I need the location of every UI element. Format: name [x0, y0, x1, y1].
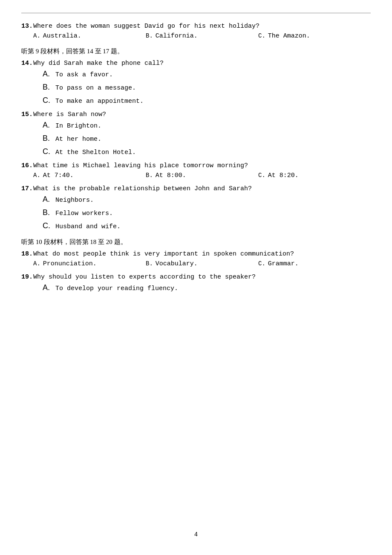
question-row: 17.What is the probable relationship bet… — [21, 185, 371, 192]
option-label: C. — [43, 96, 52, 105]
question-row: 19.Why should you listen to experts acco… — [21, 273, 371, 281]
option-text: Australia. — [43, 32, 81, 40]
option-label: C. — [258, 32, 265, 39]
top-divider — [21, 13, 371, 13]
option-item: A.Pronunciation. — [33, 260, 146, 267]
option-item: B.At her home. — [43, 134, 371, 143]
question-text: What time is Michael leaving his place t… — [33, 162, 371, 169]
question-number: 18. — [21, 250, 33, 258]
option-label: B. — [146, 260, 153, 267]
page-number: 4 — [194, 531, 198, 538]
question-row: 18.What do most people think is very imp… — [21, 250, 371, 258]
option-item: A.To ask a favor. — [43, 70, 371, 78]
options-inline: A.Australia.B.California.C.The Amazon. — [33, 32, 371, 40]
option-label: B. — [43, 134, 52, 143]
option-text: At 7:40. — [43, 172, 74, 179]
option-item: A.At 7:40. — [33, 172, 146, 179]
option-text: Pronunciation. — [43, 260, 97, 267]
option-item: A.Australia. — [33, 32, 146, 40]
question-number: 16. — [21, 162, 33, 169]
question-text: What is the probable relationship betwee… — [33, 185, 371, 192]
option-text: Vocabulary. — [156, 260, 198, 267]
option-text: At 8:00. — [156, 172, 186, 179]
options-block: A.To ask a favor.B.To pass on a message.… — [43, 70, 371, 105]
options-inline: A.Pronunciation.B.Vocabulary.C.Grammar. — [33, 260, 371, 267]
question-text: Where is Sarah now? — [33, 111, 371, 118]
option-text: To ask a favor. — [55, 71, 113, 78]
option-label: C. — [258, 260, 265, 267]
option-label: C. — [43, 147, 52, 156]
question-number: 15. — [21, 111, 33, 118]
question-row: 14.Why did Sarah make the phone call? — [21, 60, 371, 67]
option-label: C. — [258, 172, 265, 179]
option-item: C.To make an appointment. — [43, 96, 371, 105]
option-item: C.Grammar. — [258, 260, 371, 267]
option-text: Husband and wife. — [55, 223, 121, 230]
option-label: A. — [33, 172, 40, 179]
option-label: A. — [43, 121, 52, 130]
option-label: C. — [43, 221, 52, 230]
option-text: Neighbors. — [55, 197, 94, 204]
option-item: A.In Brighton. — [43, 121, 371, 130]
option-text: Grammar. — [268, 260, 299, 267]
option-item: B.To pass on a message. — [43, 83, 371, 92]
section-header: 听第 9 段材料，回答第 14 至 17 题。 — [21, 47, 371, 55]
option-item: B.Fellow workers. — [43, 208, 371, 217]
option-label: A. — [33, 260, 40, 267]
question-block: 13.Where does the woman suggest David go… — [21, 23, 371, 40]
options-block: A.In Brighton.B.At her home.C.At the She… — [43, 121, 371, 156]
question-block: 19.Why should you listen to experts acco… — [21, 273, 371, 292]
question-number: 19. — [21, 273, 33, 281]
option-text: To pass on a message. — [55, 84, 136, 92]
option-item: B.At 8:00. — [146, 172, 258, 179]
question-row: 13.Where does the woman suggest David go… — [21, 23, 371, 30]
main-content: 13.Where does the woman suggest David go… — [21, 23, 371, 292]
option-text: Fellow workers. — [55, 210, 113, 217]
option-label: B. — [43, 208, 52, 217]
option-text: California. — [156, 32, 198, 40]
question-row: 15.Where is Sarah now? — [21, 111, 371, 118]
option-text: To make an appointment. — [55, 98, 144, 105]
question-number: 13. — [21, 23, 33, 30]
options-block: A.Neighbors.B.Fellow workers.C.Husband a… — [43, 195, 371, 230]
option-item: C.Husband and wife. — [43, 221, 371, 230]
question-block: 18.What do most people think is very imp… — [21, 250, 371, 267]
option-item: B.Vocabulary. — [146, 260, 258, 267]
question-text: Why did Sarah make the phone call? — [33, 60, 371, 67]
option-text: To develop your reading fluency. — [55, 285, 178, 292]
question-number: 14. — [21, 60, 33, 67]
option-label: B. — [146, 32, 153, 39]
option-text: At 8:20. — [268, 172, 299, 179]
question-number: 17. — [21, 185, 33, 192]
option-label: A. — [43, 283, 52, 292]
question-block: 14.Why did Sarah make the phone call?A.T… — [21, 60, 371, 105]
question-text: What do most people think is very import… — [33, 250, 371, 258]
option-item: A.To develop your reading fluency. — [43, 283, 371, 292]
option-text: At the Shelton Hotel. — [55, 149, 136, 156]
question-block: 16.What time is Michael leaving his plac… — [21, 162, 371, 179]
option-item: C.The Amazon. — [258, 32, 371, 40]
option-text: At her home. — [55, 136, 101, 143]
question-text: Why should you listen to experts accordi… — [33, 273, 371, 281]
question-text: Where does the woman suggest David go fo… — [33, 23, 371, 30]
options-inline: A.At 7:40.B.At 8:00.C.At 8:20. — [33, 172, 371, 179]
option-item: B.California. — [146, 32, 258, 40]
question-block: 17.What is the probable relationship bet… — [21, 185, 371, 230]
option-label: B. — [146, 172, 153, 179]
option-item: C.At 8:20. — [258, 172, 371, 179]
options-block: A.To develop your reading fluency. — [43, 283, 371, 292]
question-row: 16.What time is Michael leaving his plac… — [21, 162, 371, 169]
question-block: 15.Where is Sarah now?A.In Brighton.B.At… — [21, 111, 371, 156]
option-label: A. — [33, 32, 40, 39]
option-label: A. — [43, 70, 52, 78]
option-item: C.At the Shelton Hotel. — [43, 147, 371, 156]
option-item: A.Neighbors. — [43, 195, 371, 204]
option-text: In Brighton. — [55, 122, 101, 130]
option-label: B. — [43, 83, 52, 92]
option-label: A. — [43, 195, 52, 204]
section-header: 听第 10 段材料，回答第 18 至 20 题。 — [21, 238, 371, 246]
option-text: The Amazon. — [268, 32, 310, 40]
